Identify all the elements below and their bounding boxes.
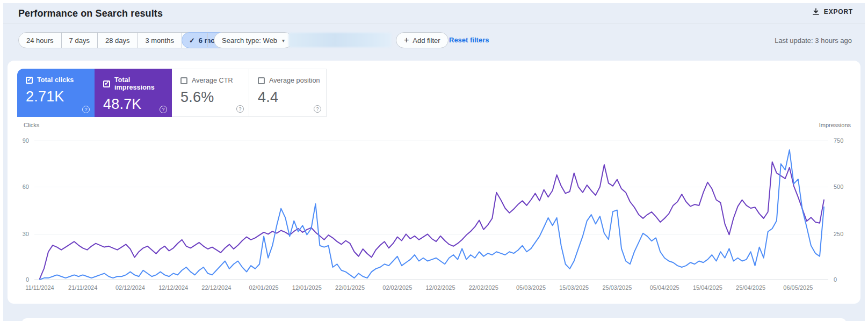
x-tick-label: 22/01/2025: [330, 284, 370, 291]
range-24-hours[interactable]: 24 hours: [19, 33, 62, 48]
redacted-filter-chip: [288, 33, 392, 47]
x-tick-label: 21/11/2024: [63, 284, 103, 291]
clicks-line: [40, 150, 824, 280]
plus-icon: +: [404, 35, 409, 45]
filter-separator: [207, 33, 208, 47]
x-tick-label: 12/12/2024: [154, 284, 193, 291]
range-3-months[interactable]: 3 months: [138, 33, 182, 48]
header-divider: [3, 24, 865, 24]
x-tick-label: 15/03/2025: [554, 284, 594, 291]
x-tick-label: 05/03/2025: [511, 284, 551, 291]
filter-bar: 24 hours 7 days 28 days 3 months ✓ 6 mon…: [3, 31, 865, 48]
page-title: Performance on Search results: [18, 8, 163, 19]
add-filter-button[interactable]: + Add filter: [396, 32, 449, 48]
x-tick-label: 02/12/2024: [110, 284, 150, 291]
x-tick-label: 22/12/2024: [197, 284, 236, 291]
checkmark-icon: ✓: [189, 36, 195, 45]
impressions-line: [40, 162, 824, 279]
x-tick-label: 02/02/2025: [378, 284, 417, 291]
x-tick-label: 25/04/2025: [731, 284, 771, 291]
range-7-days[interactable]: 7 days: [62, 33, 98, 48]
search-console-performance-page: Performance on Search results EXPORT 24 …: [3, 3, 865, 321]
x-tick-label: 05/04/2025: [645, 284, 684, 291]
performance-chart-card: ✓ Total clicks 2.71K ? ✓ Total impressio…: [8, 61, 860, 304]
reset-filters-link[interactable]: Reset filters: [449, 36, 489, 44]
export-label: EXPORT: [824, 8, 853, 16]
x-tick-label: 15/04/2025: [688, 284, 727, 291]
x-tick-label: 12/01/2025: [287, 284, 327, 291]
last-update-text: Last update: 3 hours ago: [775, 36, 852, 45]
export-button[interactable]: EXPORT: [812, 8, 853, 16]
x-tick-label: 02/01/2025: [244, 284, 284, 291]
x-tick-label: 11/11/2024: [20, 284, 60, 291]
line-chart[interactable]: [8, 61, 860, 304]
chevron-down-icon: ▾: [282, 38, 285, 43]
next-section-card-edge: [21, 318, 847, 323]
x-tick-label: 12/02/2025: [421, 284, 460, 291]
search-type-dropdown[interactable]: Search type: Web ▾: [214, 32, 293, 48]
x-tick-label: 25/03/2025: [597, 284, 637, 291]
x-tick-label: 22/02/2025: [464, 284, 503, 291]
download-icon: [812, 8, 820, 16]
x-tick-label: 06/05/2025: [778, 284, 818, 291]
range-28-days[interactable]: 28 days: [98, 33, 138, 48]
date-range-group: 24 hours 7 days 28 days 3 months ✓ 6 mon…: [18, 32, 237, 48]
